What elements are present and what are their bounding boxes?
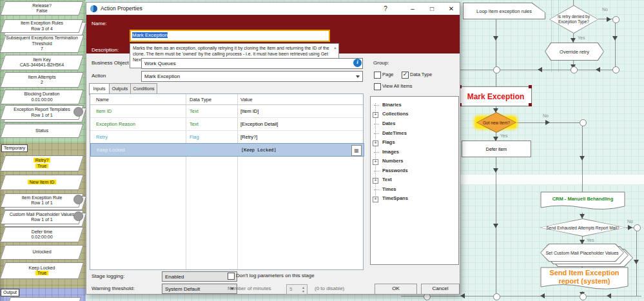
business-object-label: Business Object — [92, 60, 129, 66]
tree-item-binaries[interactable]: Binaries — [382, 102, 402, 108]
table-row-exception-reason[interactable]: Exception Reason Text [Exception Detail] — [90, 117, 363, 131]
stage-logging-select[interactable]: Enabled — [162, 271, 237, 282]
data-item-keep-locked[interactable]: Keep LockedTrue — [3, 262, 81, 279]
tree-expander-icon[interactable] — [373, 178, 378, 184]
stage-mark-exception-selected[interactable]: Mark Exception — [460, 86, 532, 106]
stage-decision-send-exhausted-report[interactable]: Send Exhausted Attempts Report Mail? — [540, 218, 626, 237]
tree-item-times[interactable]: Times — [382, 186, 396, 192]
tree-item-numbers[interactable]: Numbers — [382, 158, 404, 164]
ok-button[interactable]: OK — [375, 284, 417, 295]
data-item-retry[interactable]: Retry?True — [3, 155, 81, 171]
col-header-value: Value — [240, 94, 350, 104]
tree-expander-icon[interactable] — [373, 159, 378, 165]
action-label: Action — [92, 73, 106, 79]
data-item-defer-time[interactable]: Defer time0.02:00:00 — [3, 227, 81, 242]
tree-item-images[interactable]: Images — [382, 149, 399, 155]
page-checkbox[interactable] — [374, 72, 381, 79]
stage-override-retry[interactable]: Override retry — [545, 43, 604, 61]
warning-threshold-select[interactable]: System Default — [162, 284, 237, 294]
data-item-partial[interactable] — [9, 297, 80, 301]
cell-value[interactable]: [Exception Detail] — [240, 117, 350, 130]
data-item-item-exception-rule[interactable]: Item Exception RuleRow 1 of 1 — [3, 193, 81, 208]
tree-item-timespans[interactable]: TimeSpans — [382, 195, 408, 201]
cell-value[interactable]: [Item ID] — [240, 104, 350, 117]
tree-item-passwords[interactable]: Passwords — [382, 168, 408, 173]
table-header-row: Name Data Type Value — [90, 94, 363, 105]
stage-logging-value: Enabled — [165, 274, 184, 280]
selected-text: Mark Exception — [132, 32, 168, 38]
minutes-spinner[interactable]: 5 ▲ ▼ — [286, 284, 307, 295]
data-type-checkbox[interactable] — [402, 72, 409, 79]
close-button[interactable]: ✕ — [446, 4, 456, 14]
name-label: Name: — [92, 21, 107, 26]
cell-value[interactable]: [Keep Locked] — [241, 144, 351, 156]
cell-name: Item ID — [96, 104, 186, 117]
calculator-icon[interactable]: ▦ — [351, 145, 362, 156]
search-highlight: True — [35, 271, 48, 275]
data-item-unlocked[interactable]: Unlocked — [3, 245, 81, 260]
cell-value[interactable]: [Retry?] — [240, 130, 350, 143]
stage-page-send-item-exception-report[interactable]: Send Item Exception report (system) — [540, 267, 629, 292]
view-all-items-checkbox[interactable] — [374, 83, 381, 90]
stage-loop-item-exception-rules[interactable]: Loop Item exception rules — [463, 3, 545, 19]
search-highlight: Retry? — [34, 158, 51, 162]
connector-line — [598, 19, 614, 19]
table-row-retry[interactable]: Retry Flag [Retry?] — [90, 130, 363, 144]
link-node — [634, 224, 641, 231]
dialog-titlebar[interactable]: Action Properties ? – □ ✕ — [86, 3, 460, 15]
cancel-button[interactable]: Cancel — [421, 284, 460, 295]
dont-log-checkbox[interactable] — [228, 273, 235, 280]
data-item-item-attempts[interactable]: Item Attempts2 — [3, 72, 81, 88]
data-item-title: Custom Mail Placeholder Values — [10, 212, 75, 218]
minimize-button[interactable]: – — [407, 4, 418, 14]
tree-item-text[interactable]: Text — [382, 177, 392, 182]
business-object-select[interactable]: Work Queues — [141, 58, 363, 69]
data-item-status[interactable]: Status — [3, 124, 81, 138]
tree-item-dates[interactable]: Dates — [382, 121, 395, 126]
name-input[interactable]: Mark Exception — [130, 30, 330, 42]
data-item-title: Subsequent Exceptions Termination — [6, 35, 78, 41]
data-item-exception-report-templates[interactable]: Exception Report TemplatesRow 1 of 1 — [3, 105, 81, 120]
tree-expander-icon[interactable] — [373, 112, 378, 118]
data-item-new-item-id[interactable]: New Item ID — [3, 175, 81, 190]
data-item-title: Exception Report Templates — [14, 107, 70, 113]
data-item-custom-mail-placeholder-values[interactable]: Custom Mail Placeholder ValuesRow 1 of 1 — [3, 210, 81, 224]
stage-set-custom-mail-placeholder-values[interactable]: Set Custom Mail Placeholder Values — [540, 244, 624, 262]
table-row-keep-locked-selected[interactable]: Keep Locked Flag [Keep Locked] ▦ — [90, 143, 364, 157]
tree-item-datetimes[interactable]: DateTimes — [382, 130, 407, 136]
tree-expander-icon[interactable] — [373, 197, 378, 202]
data-item-item-exception-rules[interactable]: Item Exception RulesRow 3 of 4 — [3, 19, 81, 33]
help-button[interactable]: ? — [380, 4, 391, 14]
stage-decision-got-new-item[interactable]: Got new item? — [476, 112, 516, 133]
description-label: Description: — [92, 47, 119, 53]
data-item-item-key[interactable]: Item KeyCAS-344641-B2H5K4 — [3, 55, 81, 70]
stage-defer-item[interactable]: Defer item — [462, 141, 531, 157]
stage-page-crm-manuell-behandling[interactable]: CRM - Manuell Behandling — [540, 191, 625, 213]
tree-item-flags[interactable]: Flags — [382, 139, 395, 145]
info-icon[interactable] — [353, 59, 362, 67]
action-select[interactable]: Mark Exception — [141, 71, 363, 82]
selection-handle[interactable] — [529, 85, 532, 88]
arrowhead — [540, 293, 545, 298]
dialog-header: Name: Mark Exception Description: Marks … — [86, 15, 460, 53]
chevron-down-icon — [356, 75, 360, 80]
table-row-item-id[interactable]: Item ID Text [Item ID] — [90, 104, 363, 118]
branch-label-no: No — [602, 7, 608, 12]
tree-expander-icon[interactable] — [373, 141, 378, 146]
data-item-subsequent-threshold[interactable]: Subsequent Exceptions TerminationThresho… — [3, 35, 81, 53]
data-item-release[interactable]: Release?False — [3, 1, 81, 15]
tree-item-collections[interactable]: Collections — [382, 111, 408, 117]
cell-name: Retry — [96, 130, 186, 143]
arrowhead — [538, 67, 542, 72]
scroll-up-icon[interactable]: ▲ — [333, 46, 337, 50]
spinner-down-icon[interactable]: ▼ — [300, 289, 306, 293]
dont-log-label: Don't log parameters on this stage — [236, 273, 315, 278]
data-item-value: False — [36, 8, 47, 14]
maximize-button[interactable]: □ — [427, 4, 437, 14]
temporary-zone-label: Temporary — [1, 144, 28, 152]
data-item-blocking-duration[interactable]: Blocking Duration0.01:00:00 — [3, 90, 81, 104]
dialog-title: Action Properties — [101, 5, 142, 12]
selection-handle[interactable] — [529, 103, 532, 106]
stage-decision-retry-denied[interactable]: Is retry denied by Exception Type? — [549, 5, 598, 34]
stage-label: Mark Exception — [467, 92, 525, 101]
